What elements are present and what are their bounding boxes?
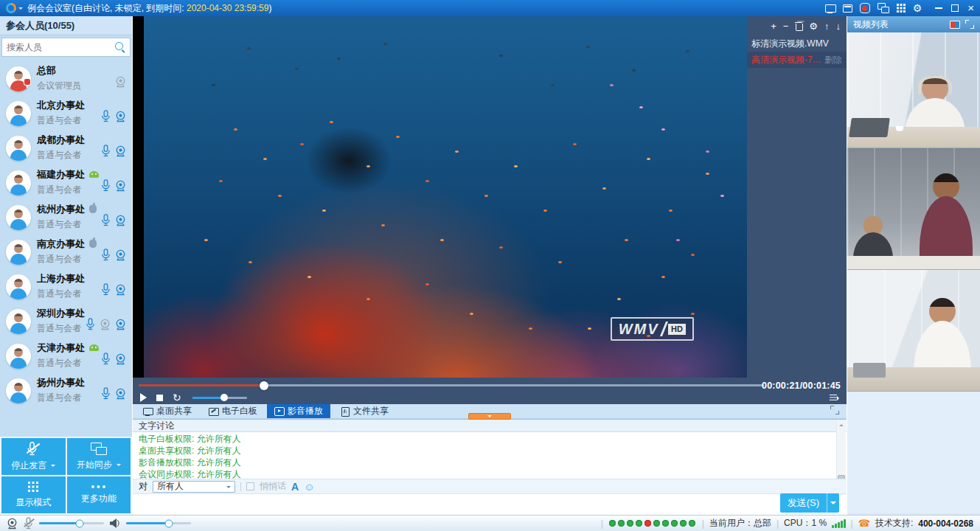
mic-icon[interactable]: [101, 387, 111, 400]
add-icon[interactable]: +: [771, 21, 776, 31]
participant-row[interactable]: 总部 会议管理员: [0, 60, 132, 94]
chat-collapse-handle[interactable]: [468, 413, 511, 420]
search-box[interactable]: [1, 38, 131, 57]
display-mode-button[interactable]: 显示模式: [1, 476, 66, 513]
video-mode-icon[interactable]: [950, 21, 960, 29]
participant-row[interactable]: 天津办事处 普通与会者: [0, 337, 132, 372]
camera-disabled-icon[interactable]: [115, 76, 126, 88]
layout-grid-icon[interactable]: [897, 4, 906, 13]
tab-file-share[interactable]: 文件共享: [333, 404, 396, 418]
move-down-icon[interactable]: ↓: [836, 21, 841, 31]
stop-button[interactable]: [156, 395, 163, 401]
send-button[interactable]: 发送(S): [780, 493, 839, 513]
window-layout-icon[interactable]: [843, 4, 852, 13]
camera-icon[interactable]: [115, 111, 126, 122]
start-sync-button[interactable]: 开始同步: [67, 438, 131, 475]
playlist-item[interactable]: 高清演示视频-720P.wmv 删除: [747, 52, 847, 68]
settings-gear-icon[interactable]: ⚙: [913, 3, 922, 13]
participant-name: 南京办事处: [37, 237, 85, 251]
mic-icon[interactable]: [101, 353, 111, 365]
mic-icon[interactable]: [101, 249, 111, 261]
current-user: 当前用户：总部: [709, 517, 771, 530]
participant-row[interactable]: 北京办事处 普通与会者: [0, 94, 132, 129]
seek-bar[interactable]: [139, 384, 764, 386]
font-color-button[interactable]: A: [291, 481, 299, 493]
tab-whiteboard[interactable]: 电子白板: [201, 404, 265, 418]
participant-row[interactable]: 福建办事处 普通与会者: [0, 164, 132, 198]
playlist-item-name[interactable]: 高清演示视频-720P.wmv: [751, 52, 821, 68]
playlist-settings-icon[interactable]: ⚙: [809, 21, 818, 31]
scroll-up-icon[interactable]: [837, 420, 846, 428]
titlebar: 例会会议室(自由讨论, 未锁定, 到期时间: 2020-04-30 23:59:…: [0, 0, 980, 16]
mic-icon[interactable]: [101, 214, 111, 226]
speaker-volume-slider[interactable]: [126, 522, 191, 524]
app-menu-caret-icon[interactable]: [18, 7, 23, 12]
playlist-toggle-icon[interactable]: [830, 394, 841, 402]
minimize-button[interactable]: [935, 7, 942, 9]
mic-icon[interactable]: [86, 318, 95, 330]
remove-icon[interactable]: −: [783, 21, 789, 31]
mic-icon[interactable]: [101, 110, 111, 122]
participant-row[interactable]: 上海办事处 普通与会者: [0, 268, 132, 302]
video-content-fish: [144, 16, 147, 18]
delete-item-link[interactable]: 删除: [824, 52, 842, 68]
participant-row[interactable]: 扬州办事处 普通与会者: [0, 372, 132, 406]
speaker-volume-knob[interactable]: [165, 519, 173, 527]
mic-muted-icon[interactable]: [24, 517, 33, 530]
mic-volume-knob[interactable]: [75, 519, 83, 527]
participant-video-3[interactable]: [847, 270, 980, 392]
mic-icon[interactable]: [101, 283, 111, 296]
replay-icon[interactable]: ↻: [173, 392, 181, 403]
maximize-button[interactable]: [951, 4, 959, 12]
participant-row[interactable]: 南京办事处 普通与会者: [0, 233, 132, 268]
panel-expand-icon[interactable]: [965, 20, 974, 29]
mic-icon[interactable]: [101, 179, 111, 192]
search-input[interactable]: [7, 42, 115, 52]
participant-row[interactable]: 成都办事处 普通与会者: [0, 129, 132, 164]
more-features-button[interactable]: 更多功能: [67, 476, 131, 513]
camera-icon[interactable]: [115, 353, 126, 365]
fullscreen-icon[interactable]: [830, 406, 839, 417]
tab-media-playback[interactable]: 影音播放: [267, 404, 330, 418]
whisper-checkbox[interactable]: [246, 482, 254, 490]
mic-volume-slider[interactable]: [39, 522, 104, 524]
stop-speaking-button[interactable]: 停止发言: [1, 438, 66, 475]
participant-video-2[interactable]: [847, 148, 980, 270]
recipient-select[interactable]: 所有人: [153, 481, 235, 493]
search-icon[interactable]: [115, 42, 125, 52]
delete-all-icon[interactable]: [795, 22, 802, 31]
participant-video-1[interactable]: [847, 32, 980, 148]
tab-desktop-share[interactable]: 桌面共享: [136, 404, 199, 418]
camera-icon[interactable]: [115, 180, 126, 192]
camera-icon[interactable]: [115, 319, 126, 330]
mic-icon[interactable]: [101, 145, 111, 157]
camera-icon[interactable]: [115, 145, 126, 157]
player-volume-slider[interactable]: [192, 397, 247, 399]
participant-row[interactable]: 杭州办事处 普通与会者: [0, 198, 132, 233]
dropdown-caret-icon[interactable]: [117, 464, 121, 468]
speaker-icon[interactable]: [110, 518, 120, 528]
close-button[interactable]: ×: [967, 3, 974, 13]
camera-icon[interactable]: [115, 388, 126, 400]
camera-icon[interactable]: [115, 249, 126, 261]
video-frame[interactable]: WMV HD: [144, 16, 747, 378]
move-up-icon[interactable]: ↑: [824, 21, 830, 31]
camera-disabled-icon[interactable]: [100, 319, 111, 330]
progress-knob[interactable]: [260, 381, 268, 390]
camera-icon[interactable]: [115, 284, 126, 296]
record-icon[interactable]: [860, 3, 870, 13]
participant-avatar: [6, 101, 31, 126]
volume-knob[interactable]: [220, 394, 228, 401]
camera-icon[interactable]: [115, 215, 126, 226]
screen-share-icon[interactable]: [825, 4, 835, 13]
dropdown-caret-icon[interactable]: [51, 465, 55, 469]
playlist-item[interactable]: 标清演示视频.WMV: [747, 35, 847, 52]
playlist-item-name[interactable]: 标清演示视频.WMV: [751, 35, 842, 52]
play-button[interactable]: [140, 393, 147, 402]
emoji-button[interactable]: ☺: [304, 482, 314, 492]
webcam-status-icon[interactable]: [7, 518, 18, 530]
send-options-caret[interactable]: [827, 493, 839, 513]
chat-input-area[interactable]: 发送(S): [133, 495, 847, 515]
participant-row[interactable]: 深圳办事处 普通与会者: [0, 302, 132, 337]
network-screens-icon[interactable]: [878, 3, 889, 13]
